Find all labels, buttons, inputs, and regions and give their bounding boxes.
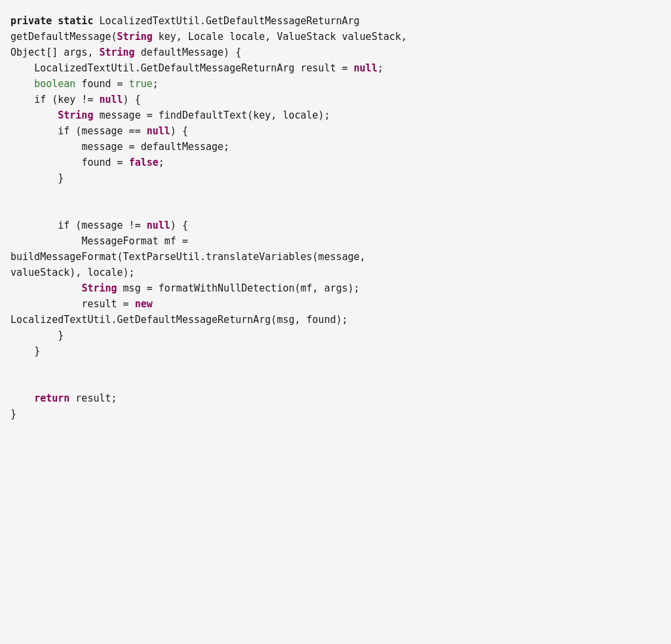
if-brace-3: ) { (170, 219, 188, 231)
keyword-false: false (129, 157, 159, 168)
keyword-null-1: null (354, 62, 377, 74)
new-object: LocalizedTextUtil.GetDefaultMessageRetur… (10, 314, 348, 326)
if-brace-1: ) { (123, 94, 141, 105)
keyword-null-4: null (147, 219, 170, 231)
keyword-string-3: String (58, 109, 93, 121)
if-condition-1: (key != (46, 94, 99, 105)
keyword-if-2: if (58, 125, 69, 137)
keyword-null-3: null (147, 125, 170, 137)
build-message-format: buildMessageFormat(TextParseUtil.transla… (10, 251, 366, 263)
valuestack-locale: valueStack), locale); (10, 267, 135, 278)
result-declaration: LocalizedTextUtil.GetDefaultMessageRetur… (34, 62, 354, 74)
param-args: Object[] args, (10, 47, 99, 58)
keyword-static: static (58, 15, 93, 27)
message-decl: message = findDefaultText(key, locale); (93, 109, 330, 121)
keyword-boolean: boolean (34, 78, 75, 90)
keyword-return: return (34, 392, 69, 404)
if-brace-2: ) { (170, 125, 188, 137)
code-block: private static LocalizedTextUtil.GetDefa… (10, 13, 661, 422)
message-assign: message = defaultMessage; (81, 141, 229, 153)
keyword-if-1: if (34, 94, 46, 105)
mf-declaration: MessageFormat mf = (81, 235, 188, 247)
keyword-string-4: String (81, 282, 117, 294)
found-assign: found = (81, 157, 128, 168)
keyword-private: private (10, 15, 52, 27)
closing-brace-4: } (10, 408, 16, 420)
code-container: private static LocalizedTextUtil.GetDefa… (0, 0, 671, 644)
if-condition-3: (message != (69, 219, 146, 231)
keyword-string-1: String (117, 31, 153, 43)
if-condition-2: (message == (69, 125, 146, 137)
msg-declaration: msg = formatWithNullDetection(mf, args); (117, 282, 360, 294)
method-signature: getDefaultMessage( (10, 31, 117, 43)
result-assign: result = (81, 298, 134, 310)
closing-brace-3: } (34, 345, 40, 357)
keyword-string-2: String (99, 47, 134, 58)
found-decl: found = (75, 78, 128, 90)
closing-brace-2: } (58, 330, 64, 341)
keyword-if-3: if (58, 219, 69, 231)
return-type: LocalizedTextUtil.GetDefaultMessageRetur… (99, 15, 359, 27)
keyword-new: new (135, 298, 153, 310)
closing-brace-1: } (58, 172, 64, 184)
semicolon-3: ; (159, 157, 164, 168)
param-defaultmessage: defaultMessage) { (135, 47, 242, 58)
param-key: key, Locale locale, ValueStack valueStac… (153, 31, 407, 43)
keyword-true: true (129, 78, 153, 90)
keyword-null-2: null (99, 94, 123, 105)
semicolon-1: ; (377, 62, 383, 74)
return-value: result; (69, 392, 117, 404)
semicolon-2: ; (153, 78, 159, 90)
